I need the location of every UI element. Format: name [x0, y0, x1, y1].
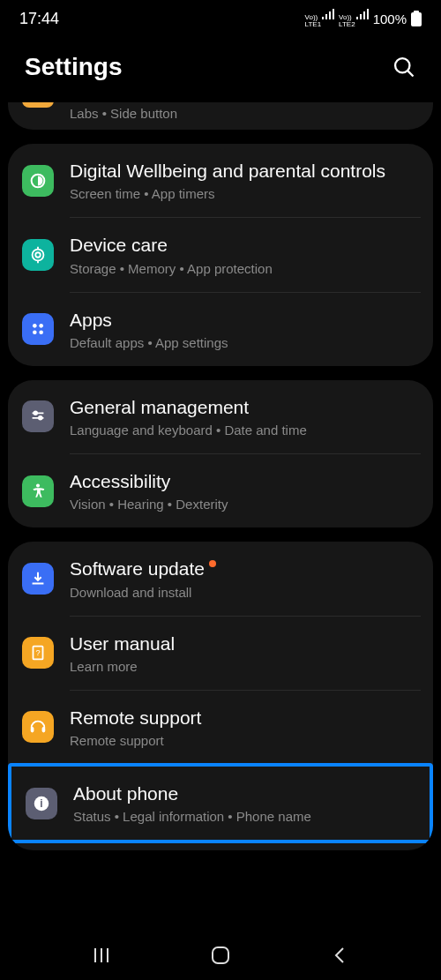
- svg-line-3: [408, 71, 414, 77]
- status-time: 17:44: [19, 10, 59, 28]
- item-sub: Screen time • App timers: [70, 186, 419, 201]
- labs-icon: [22, 102, 54, 108]
- item-sub: Download and install: [70, 585, 419, 600]
- item-title: Accessibility: [70, 470, 419, 493]
- item-title: Device care: [70, 234, 419, 257]
- item-sub: Remote support: [70, 733, 419, 748]
- svg-text:i: i: [40, 797, 42, 810]
- item-sub: Storage • Memory • App protection: [70, 261, 419, 276]
- settings-item-general[interactable]: General management Language and keyboard…: [8, 380, 433, 453]
- user-manual-icon: ?: [22, 637, 54, 669]
- svg-rect-18: [31, 727, 34, 732]
- item-sub: Learn more: [70, 659, 419, 674]
- back-button[interactable]: [328, 944, 351, 967]
- software-update-icon: [22, 563, 54, 595]
- battery-text: 100%: [373, 11, 407, 26]
- item-sub: Labs • Side button: [70, 106, 419, 121]
- svg-point-6: [35, 252, 41, 258]
- settings-item-apps[interactable]: Apps Default apps • App settings: [8, 293, 433, 366]
- settings-card-partial: Labs • Side button: [8, 102, 433, 130]
- device-care-icon: [22, 239, 54, 271]
- svg-rect-0: [411, 12, 422, 26]
- item-title: Software update: [70, 557, 419, 580]
- settings-item-accessibility[interactable]: Accessibility Vision • Hearing • Dexteri…: [8, 454, 433, 527]
- item-title: About phone: [73, 782, 415, 805]
- settings-item-user-manual[interactable]: ? User manual Learn more: [8, 617, 433, 690]
- svg-point-9: [33, 331, 37, 335]
- svg-point-7: [33, 324, 37, 328]
- accessibility-icon: [22, 475, 54, 507]
- svg-rect-1: [414, 11, 419, 13]
- page-title: Settings: [25, 53, 122, 81]
- svg-point-10: [39, 331, 43, 335]
- remote-support-icon: [22, 711, 54, 743]
- svg-text:?: ?: [35, 648, 40, 657]
- item-title: Digital Wellbeing and parental controls: [70, 160, 419, 183]
- svg-point-2: [395, 58, 409, 72]
- navigation-bar: [0, 931, 441, 980]
- item-title: General management: [70, 396, 419, 419]
- home-button[interactable]: [209, 944, 232, 967]
- header: Settings: [0, 37, 441, 102]
- status-indicators: Vo)) LTE1 Vo)) LTE2 100%: [305, 9, 422, 28]
- item-sub: Default apps • App settings: [70, 335, 419, 350]
- signal-icon: [322, 9, 334, 19]
- svg-point-13: [34, 412, 37, 415]
- signal-2: Vo)) LTE2: [339, 9, 369, 28]
- settings-item-wellbeing[interactable]: Digital Wellbeing and parental controls …: [8, 144, 433, 217]
- signal-1: Vo)) LTE1: [305, 9, 335, 28]
- settings-card-3: Software update Download and install ? U…: [8, 542, 433, 850]
- svg-rect-19: [42, 727, 46, 732]
- apps-icon: [22, 313, 54, 345]
- settings-card-1: Digital Wellbeing and parental controls …: [8, 144, 433, 366]
- wellbeing-icon: [22, 165, 54, 197]
- svg-rect-25: [213, 947, 228, 963]
- recents-button[interactable]: [90, 944, 113, 967]
- svg-point-5: [33, 249, 44, 260]
- settings-item-device-care[interactable]: Device care Storage • Memory • App prote…: [8, 218, 433, 291]
- settings-item-software-update[interactable]: Software update Download and install: [8, 542, 433, 615]
- settings-item-remote-support[interactable]: Remote support Remote support: [8, 691, 433, 764]
- item-title: Remote support: [70, 707, 419, 729]
- settings-item-labs[interactable]: Labs • Side button: [8, 102, 433, 130]
- item-title: User manual: [70, 632, 419, 655]
- item-sub: Vision • Hearing • Dexterity: [70, 497, 419, 512]
- settings-item-about-phone[interactable]: i About phone Status • Legal information…: [11, 767, 430, 840]
- signal-icon: [356, 9, 369, 19]
- item-sub: Language and keyboard • Date and time: [70, 423, 419, 438]
- search-icon[interactable]: [392, 55, 416, 79]
- about-phone-icon: i: [26, 788, 57, 819]
- update-badge: [209, 560, 216, 567]
- svg-point-8: [39, 324, 43, 328]
- status-bar: 17:44 Vo)) LTE1 Vo)) LTE2 100%: [0, 0, 441, 37]
- svg-point-15: [36, 483, 40, 487]
- battery-icon: [411, 11, 422, 26]
- item-title: Apps: [70, 309, 419, 332]
- item-sub: Status • Legal information • Phone name: [73, 809, 415, 824]
- svg-point-14: [39, 416, 42, 420]
- settings-card-2: General management Language and keyboard…: [8, 380, 433, 528]
- general-icon: [22, 400, 54, 432]
- highlight-about-phone: i About phone Status • Legal information…: [8, 763, 433, 843]
